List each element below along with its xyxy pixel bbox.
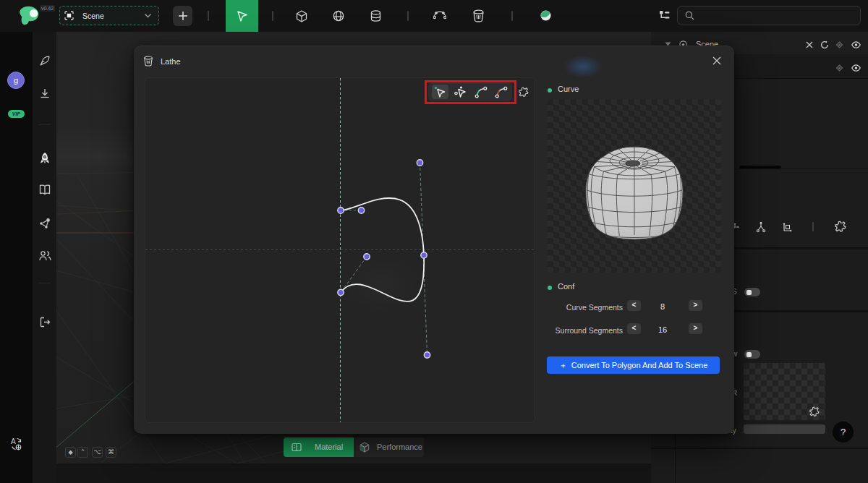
svg-text:A: A <box>11 437 16 445</box>
